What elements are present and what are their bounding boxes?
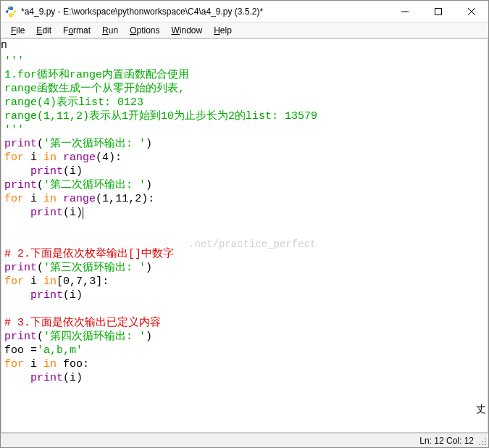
code-line: # 2.下面是依次枚举输出[]中数字 — [4, 248, 174, 260]
tok: ( — [37, 179, 43, 191]
tok: 2 — [135, 193, 141, 205]
cursor-position: Ln: 12 Col: 12 — [419, 436, 474, 446]
menu-help[interactable]: Help — [208, 24, 238, 37]
tok: i — [24, 193, 43, 205]
tok: i — [24, 275, 43, 288]
svg-point-9 — [485, 444, 486, 445]
maximize-button[interactable] — [422, 1, 455, 22]
tok — [4, 372, 30, 384]
tok: , — [109, 193, 115, 205]
tok — [4, 207, 30, 219]
tok: print — [4, 179, 37, 191]
tok: 0 — [63, 275, 70, 288]
tok: print — [30, 289, 63, 302]
tok: ( — [37, 262, 43, 274]
svg-point-6 — [485, 438, 486, 439]
tok: print — [30, 165, 63, 178]
titlebar: *a4_9.py - E:\workspace\pythonworkspace\… — [1, 1, 488, 22]
tok: ( — [37, 331, 43, 343]
tok: ( — [37, 138, 43, 150]
menubar: File Edit Format Run Options Window Help — [1, 22, 488, 38]
code-line: ''' — [4, 124, 24, 136]
tok: (i) — [63, 372, 83, 384]
tok: for — [4, 275, 24, 288]
tok: i — [24, 358, 43, 370]
tok: ): — [141, 193, 154, 205]
tok — [4, 165, 30, 178]
tok: , — [70, 275, 76, 288]
tok — [57, 152, 63, 164]
tok: ( — [96, 152, 102, 164]
resize-grip-icon[interactable] — [478, 437, 487, 446]
tok: (i) — [63, 207, 83, 219]
code-line: range(1,11,2)表示从1开始到10为止步长为2的list: 13579 — [4, 110, 317, 123]
tok: '第一次循环输出: ' — [43, 138, 146, 150]
tok: 11 — [115, 193, 128, 205]
tok: '第二次循环输出: ' — [43, 179, 146, 191]
svg-point-8 — [482, 441, 483, 442]
menu-file[interactable]: File — [5, 24, 30, 37]
minimize-button[interactable] — [388, 1, 422, 22]
code-line: # 3.下面是依次输出已定义内容 — [4, 317, 161, 329]
tok: print — [4, 138, 37, 150]
app-icon — [5, 6, 17, 17]
tok: , — [128, 193, 135, 205]
tok — [57, 193, 63, 205]
menu-run[interactable]: Run — [96, 24, 124, 37]
tok: print — [4, 331, 37, 343]
tok: [ — [57, 275, 63, 288]
tok: in — [43, 275, 57, 288]
menu-edit[interactable]: Edit — [30, 24, 57, 37]
tok: 1 — [102, 193, 109, 205]
menu-window[interactable]: Window — [166, 24, 209, 37]
editor-area[interactable]: .net/practice_perfect ''' 1.for循环和range内… — [1, 38, 488, 433]
tok: ): — [109, 152, 122, 164]
tok: ) — [146, 262, 152, 274]
svg-point-11 — [479, 444, 480, 445]
svg-point-1 — [12, 14, 13, 15]
code-line: range(4)表示list: 0123 — [4, 96, 143, 109]
tok: range — [63, 152, 96, 164]
tok: in — [43, 358, 57, 370]
tok: 7 — [76, 275, 83, 288]
tok: i — [24, 152, 43, 164]
scroll-tail: 丈 — [476, 403, 488, 432]
close-button[interactable] — [455, 1, 488, 22]
tok — [4, 289, 30, 302]
tok: range — [63, 193, 96, 205]
tok: '第三次循环输出: ' — [43, 262, 146, 274]
tok: in — [43, 193, 57, 205]
tok: ) — [146, 138, 152, 150]
svg-point-10 — [482, 444, 483, 445]
tok: (i) — [63, 289, 83, 302]
menu-options[interactable]: Options — [124, 24, 165, 37]
tok: 3 — [89, 275, 96, 288]
tok: print — [30, 372, 63, 384]
text-cursor — [83, 207, 83, 219]
code-line: range函数生成一个从零开始的列表, — [4, 83, 185, 95]
tok: 'a,b,m' — [37, 344, 83, 357]
statusbar: Ln: 12 Col: 12 — [1, 433, 488, 447]
tok: ]: — [96, 275, 109, 288]
tok: '第四次循环输出: ' — [43, 331, 146, 343]
tok: print — [30, 207, 63, 219]
tok: foo = — [4, 344, 37, 357]
tok: 4 — [102, 152, 109, 164]
tok: , — [83, 275, 89, 288]
code-line: 1.for循环和range内置函数配合使用 — [4, 69, 189, 81]
menu-format[interactable]: Format — [57, 24, 96, 37]
window-controls — [388, 1, 488, 22]
svg-point-7 — [485, 441, 486, 442]
tok: (i) — [63, 165, 83, 178]
tok: foo: — [57, 358, 89, 370]
svg-rect-3 — [435, 8, 442, 14]
tok: ( — [96, 193, 102, 205]
tok: ) — [146, 331, 152, 343]
tok: for — [4, 193, 24, 205]
window-title: *a4_9.py - E:\workspace\pythonworkspace\… — [21, 7, 388, 17]
code-line: ''' — [4, 55, 24, 67]
edge-letter: n — [1, 39, 7, 51]
svg-point-0 — [9, 7, 9, 7]
tok: for — [4, 152, 24, 164]
code-editor[interactable]: ''' 1.for循环和range内置函数配合使用 range函数生成一个从零开… — [1, 39, 488, 400]
